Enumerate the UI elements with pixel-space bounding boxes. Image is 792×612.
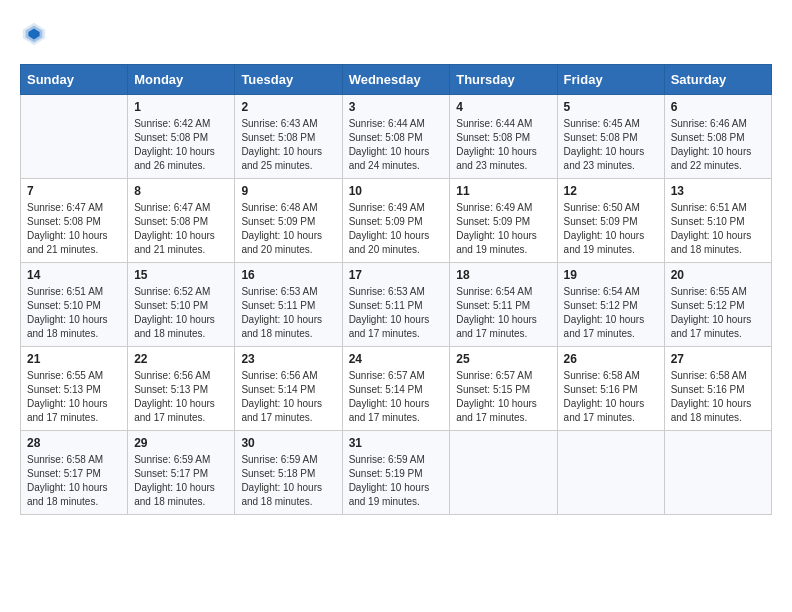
day-header-friday: Friday	[557, 65, 664, 95]
day-header-thursday: Thursday	[450, 65, 557, 95]
day-info: Sunrise: 6:54 AM Sunset: 5:12 PM Dayligh…	[564, 285, 658, 341]
calendar-cell: 25Sunrise: 6:57 AM Sunset: 5:15 PM Dayli…	[450, 347, 557, 431]
calendar-cell: 28Sunrise: 6:58 AM Sunset: 5:17 PM Dayli…	[21, 431, 128, 515]
calendar-cell: 9Sunrise: 6:48 AM Sunset: 5:09 PM Daylig…	[235, 179, 342, 263]
calendar-cell: 12Sunrise: 6:50 AM Sunset: 5:09 PM Dayli…	[557, 179, 664, 263]
day-number: 24	[349, 352, 444, 366]
day-number: 26	[564, 352, 658, 366]
calendar-header-row: SundayMondayTuesdayWednesdayThursdayFrid…	[21, 65, 772, 95]
calendar-week-row: 1Sunrise: 6:42 AM Sunset: 5:08 PM Daylig…	[21, 95, 772, 179]
calendar-week-row: 7Sunrise: 6:47 AM Sunset: 5:08 PM Daylig…	[21, 179, 772, 263]
calendar-cell	[21, 95, 128, 179]
page-header	[20, 20, 772, 48]
calendar-cell: 5Sunrise: 6:45 AM Sunset: 5:08 PM Daylig…	[557, 95, 664, 179]
day-info: Sunrise: 6:59 AM Sunset: 5:19 PM Dayligh…	[349, 453, 444, 509]
day-info: Sunrise: 6:47 AM Sunset: 5:08 PM Dayligh…	[27, 201, 121, 257]
day-info: Sunrise: 6:56 AM Sunset: 5:14 PM Dayligh…	[241, 369, 335, 425]
logo-icon	[20, 20, 48, 48]
day-number: 18	[456, 268, 550, 282]
day-info: Sunrise: 6:45 AM Sunset: 5:08 PM Dayligh…	[564, 117, 658, 173]
day-number: 8	[134, 184, 228, 198]
logo	[20, 20, 52, 48]
day-info: Sunrise: 6:57 AM Sunset: 5:15 PM Dayligh…	[456, 369, 550, 425]
day-info: Sunrise: 6:58 AM Sunset: 5:17 PM Dayligh…	[27, 453, 121, 509]
day-number: 28	[27, 436, 121, 450]
day-header-saturday: Saturday	[664, 65, 771, 95]
day-info: Sunrise: 6:43 AM Sunset: 5:08 PM Dayligh…	[241, 117, 335, 173]
calendar-cell: 27Sunrise: 6:58 AM Sunset: 5:16 PM Dayli…	[664, 347, 771, 431]
day-number: 2	[241, 100, 335, 114]
day-info: Sunrise: 6:49 AM Sunset: 5:09 PM Dayligh…	[456, 201, 550, 257]
calendar-week-row: 14Sunrise: 6:51 AM Sunset: 5:10 PM Dayli…	[21, 263, 772, 347]
day-number: 17	[349, 268, 444, 282]
day-number: 27	[671, 352, 765, 366]
day-number: 12	[564, 184, 658, 198]
day-info: Sunrise: 6:58 AM Sunset: 5:16 PM Dayligh…	[564, 369, 658, 425]
day-info: Sunrise: 6:53 AM Sunset: 5:11 PM Dayligh…	[241, 285, 335, 341]
day-header-tuesday: Tuesday	[235, 65, 342, 95]
day-number: 16	[241, 268, 335, 282]
day-number: 23	[241, 352, 335, 366]
day-info: Sunrise: 6:42 AM Sunset: 5:08 PM Dayligh…	[134, 117, 228, 173]
calendar-cell: 1Sunrise: 6:42 AM Sunset: 5:08 PM Daylig…	[128, 95, 235, 179]
day-info: Sunrise: 6:50 AM Sunset: 5:09 PM Dayligh…	[564, 201, 658, 257]
day-info: Sunrise: 6:53 AM Sunset: 5:11 PM Dayligh…	[349, 285, 444, 341]
day-number: 11	[456, 184, 550, 198]
calendar-cell: 30Sunrise: 6:59 AM Sunset: 5:18 PM Dayli…	[235, 431, 342, 515]
day-info: Sunrise: 6:59 AM Sunset: 5:18 PM Dayligh…	[241, 453, 335, 509]
day-info: Sunrise: 6:51 AM Sunset: 5:10 PM Dayligh…	[27, 285, 121, 341]
calendar-cell: 26Sunrise: 6:58 AM Sunset: 5:16 PM Dayli…	[557, 347, 664, 431]
day-info: Sunrise: 6:56 AM Sunset: 5:13 PM Dayligh…	[134, 369, 228, 425]
calendar-cell: 8Sunrise: 6:47 AM Sunset: 5:08 PM Daylig…	[128, 179, 235, 263]
day-number: 15	[134, 268, 228, 282]
calendar-cell: 31Sunrise: 6:59 AM Sunset: 5:19 PM Dayli…	[342, 431, 450, 515]
day-number: 6	[671, 100, 765, 114]
day-info: Sunrise: 6:55 AM Sunset: 5:13 PM Dayligh…	[27, 369, 121, 425]
calendar-cell: 15Sunrise: 6:52 AM Sunset: 5:10 PM Dayli…	[128, 263, 235, 347]
calendar-week-row: 21Sunrise: 6:55 AM Sunset: 5:13 PM Dayli…	[21, 347, 772, 431]
calendar-cell: 11Sunrise: 6:49 AM Sunset: 5:09 PM Dayli…	[450, 179, 557, 263]
day-info: Sunrise: 6:58 AM Sunset: 5:16 PM Dayligh…	[671, 369, 765, 425]
day-number: 31	[349, 436, 444, 450]
day-header-sunday: Sunday	[21, 65, 128, 95]
day-number: 5	[564, 100, 658, 114]
day-number: 1	[134, 100, 228, 114]
day-number: 22	[134, 352, 228, 366]
day-header-wednesday: Wednesday	[342, 65, 450, 95]
calendar-cell: 18Sunrise: 6:54 AM Sunset: 5:11 PM Dayli…	[450, 263, 557, 347]
calendar-cell: 13Sunrise: 6:51 AM Sunset: 5:10 PM Dayli…	[664, 179, 771, 263]
calendar-cell: 16Sunrise: 6:53 AM Sunset: 5:11 PM Dayli…	[235, 263, 342, 347]
calendar-cell: 29Sunrise: 6:59 AM Sunset: 5:17 PM Dayli…	[128, 431, 235, 515]
day-number: 13	[671, 184, 765, 198]
day-info: Sunrise: 6:47 AM Sunset: 5:08 PM Dayligh…	[134, 201, 228, 257]
day-number: 25	[456, 352, 550, 366]
calendar-cell	[664, 431, 771, 515]
calendar-cell: 14Sunrise: 6:51 AM Sunset: 5:10 PM Dayli…	[21, 263, 128, 347]
calendar-cell	[450, 431, 557, 515]
day-number: 10	[349, 184, 444, 198]
day-number: 3	[349, 100, 444, 114]
day-number: 9	[241, 184, 335, 198]
calendar-cell: 22Sunrise: 6:56 AM Sunset: 5:13 PM Dayli…	[128, 347, 235, 431]
day-info: Sunrise: 6:49 AM Sunset: 5:09 PM Dayligh…	[349, 201, 444, 257]
calendar-cell: 24Sunrise: 6:57 AM Sunset: 5:14 PM Dayli…	[342, 347, 450, 431]
day-info: Sunrise: 6:51 AM Sunset: 5:10 PM Dayligh…	[671, 201, 765, 257]
calendar-cell: 23Sunrise: 6:56 AM Sunset: 5:14 PM Dayli…	[235, 347, 342, 431]
day-info: Sunrise: 6:55 AM Sunset: 5:12 PM Dayligh…	[671, 285, 765, 341]
day-number: 7	[27, 184, 121, 198]
calendar-cell	[557, 431, 664, 515]
calendar-cell: 4Sunrise: 6:44 AM Sunset: 5:08 PM Daylig…	[450, 95, 557, 179]
day-number: 4	[456, 100, 550, 114]
day-info: Sunrise: 6:52 AM Sunset: 5:10 PM Dayligh…	[134, 285, 228, 341]
day-header-monday: Monday	[128, 65, 235, 95]
calendar-table: SundayMondayTuesdayWednesdayThursdayFrid…	[20, 64, 772, 515]
day-number: 19	[564, 268, 658, 282]
day-info: Sunrise: 6:46 AM Sunset: 5:08 PM Dayligh…	[671, 117, 765, 173]
calendar-cell: 10Sunrise: 6:49 AM Sunset: 5:09 PM Dayli…	[342, 179, 450, 263]
day-number: 21	[27, 352, 121, 366]
day-info: Sunrise: 6:48 AM Sunset: 5:09 PM Dayligh…	[241, 201, 335, 257]
day-info: Sunrise: 6:57 AM Sunset: 5:14 PM Dayligh…	[349, 369, 444, 425]
calendar-body: 1Sunrise: 6:42 AM Sunset: 5:08 PM Daylig…	[21, 95, 772, 515]
calendar-cell: 2Sunrise: 6:43 AM Sunset: 5:08 PM Daylig…	[235, 95, 342, 179]
calendar-cell: 3Sunrise: 6:44 AM Sunset: 5:08 PM Daylig…	[342, 95, 450, 179]
